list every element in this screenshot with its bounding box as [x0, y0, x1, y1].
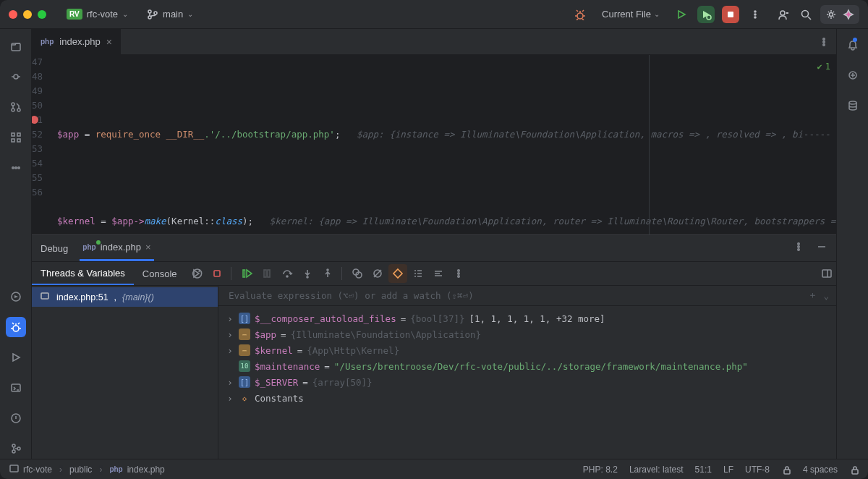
status-readonly-icon[interactable] — [781, 465, 791, 475]
variable-row[interactable]: ›⎓$app = {Illuminate\Foundation\Applicat… — [226, 326, 832, 342]
breakpoint-settings-icon[interactable] — [388, 264, 407, 283]
twistie-icon[interactable]: › — [226, 377, 234, 388]
more-debug-icon[interactable] — [449, 264, 468, 283]
left-tool-rail — [0, 29, 32, 459]
mute-breakpoints-icon[interactable] — [368, 264, 387, 283]
hide-panel-icon[interactable] — [816, 241, 827, 255]
minimize-window-icon[interactable] — [23, 10, 32, 19]
status-cursor-position[interactable]: 51:1 — [695, 465, 712, 475]
svg-point-9 — [780, 11, 785, 15]
editor-gutter[interactable]: 47 48 49 50 51 52 53 54 55 56 — [32, 55, 53, 234]
debug-bug-icon[interactable] — [571, 6, 589, 23]
stop-button[interactable] — [722, 6, 739, 23]
status-encoding[interactable]: UTF-8 — [745, 465, 770, 475]
ai-assistant-icon[interactable] — [842, 8, 855, 21]
twistie-icon[interactable]: › — [226, 393, 234, 404]
stack-frame[interactable]: index.php:51, {main}() — [32, 287, 218, 307]
editor-tab-more-icon[interactable] — [812, 29, 836, 54]
evaluate-input[interactable]: Evaluate expression (⌥⏎) or add a watch … — [218, 286, 836, 306]
view-breakpoints-icon[interactable] — [348, 264, 367, 283]
variable-name: Constants — [255, 393, 304, 404]
zoom-window-icon[interactable] — [38, 10, 46, 19]
step-over-icon[interactable] — [278, 264, 297, 283]
search-icon[interactable] — [797, 6, 814, 23]
more-tools-icon[interactable] — [6, 158, 26, 178]
svg-point-8 — [754, 17, 756, 18]
project-tool-icon[interactable] — [6, 36, 26, 56]
line-number: 55 — [32, 171, 43, 185]
status-php-version[interactable]: PHP: 8.2 — [583, 465, 618, 475]
variable-row[interactable]: ›◇Constants — [226, 390, 832, 406]
problems-tool-icon[interactable] — [6, 408, 26, 428]
project-selector[interactable]: RV rfc-vote ⌄ — [61, 6, 134, 22]
variable-row[interactable]: ›⎓$kernel = {App\Http\Kernel} — [226, 342, 832, 358]
expand-eval-icon[interactable]: ⌄ — [823, 290, 829, 301]
pull-requests-icon[interactable] — [6, 97, 26, 117]
stop-icon[interactable] — [208, 264, 226, 283]
run-button[interactable] — [673, 6, 690, 23]
close-icon[interactable]: × — [145, 242, 151, 253]
tab-console[interactable]: Console — [134, 262, 186, 285]
breadcrumbs[interactable]: rfc-vote › public › php index.php — [9, 463, 165, 475]
twistie-icon[interactable]: › — [226, 313, 234, 324]
status-laravel-version[interactable]: Laravel: latest — [629, 465, 684, 475]
tab-threads-variables[interactable]: Threads & Variables — [32, 262, 134, 285]
pause-icon[interactable] — [258, 264, 276, 283]
layout-settings-icon[interactable] — [429, 264, 448, 283]
variables-pane: Evaluate expression (⌥⏎) or add a watch … — [218, 286, 836, 459]
variable-name: $__composer_autoload_files — [255, 313, 396, 324]
line-number-breakpoint[interactable]: 51 — [32, 113, 43, 127]
debug-more-icon[interactable] — [793, 241, 804, 255]
run-tool-icon[interactable] — [6, 347, 26, 368]
debug-session-tab[interactable]: php index.php × — [80, 235, 153, 261]
variable-row[interactable]: ›[]$_SERVER = {array[50]} — [226, 374, 832, 390]
variable-row[interactable]: 10$maintenance = "/Users/brentroose/Dev/… — [226, 358, 832, 374]
code-content[interactable]: ✔1 ˄˅ $app = require_once __DIR__.'/../b… — [53, 55, 836, 234]
svg-point-31 — [823, 38, 825, 39]
breadcrumb-folder[interactable]: public — [69, 465, 92, 475]
notifications-icon[interactable] — [843, 35, 863, 55]
database-tool-icon[interactable] — [843, 96, 863, 116]
twistie-icon[interactable]: › — [226, 345, 234, 356]
step-out-icon[interactable] — [318, 264, 337, 283]
run-debug-button[interactable] — [697, 6, 715, 23]
show-values-icon[interactable] — [409, 264, 427, 283]
ai-assistant-rail-icon[interactable] — [843, 65, 863, 85]
margin-guide — [649, 55, 650, 234]
inspections-widget[interactable]: ✔1 — [817, 59, 830, 74]
editor-tab-index[interactable]: php index.php × — [32, 29, 122, 54]
rerun-icon[interactable] — [187, 264, 206, 283]
svg-point-4 — [707, 15, 711, 20]
close-tab-icon[interactable]: × — [106, 36, 112, 48]
breadcrumb-file[interactable]: index.php — [127, 465, 165, 475]
status-memory-icon[interactable] — [849, 465, 859, 475]
structure-tool-icon[interactable] — [6, 127, 26, 148]
debug-tool-icon[interactable] — [6, 317, 26, 337]
svg-point-15 — [12, 109, 14, 111]
services-tool-icon[interactable] — [6, 287, 26, 307]
variable-type-icon: 10 — [239, 360, 250, 372]
svg-rect-26 — [12, 384, 20, 391]
add-watch-icon[interactable]: ＋ — [808, 289, 817, 302]
svg-point-21 — [12, 167, 13, 169]
layout-icon[interactable] — [817, 264, 836, 283]
status-indent[interactable]: 4 spaces — [803, 465, 838, 475]
breadcrumb-project[interactable]: rfc-vote — [23, 465, 52, 475]
more-run-actions[interactable] — [746, 6, 764, 23]
step-into-icon[interactable] — [298, 264, 317, 283]
run-config-selector[interactable]: Current File ⌄ — [596, 6, 665, 22]
twistie-icon[interactable]: › — [226, 329, 234, 340]
code-editor[interactable]: 47 48 49 50 51 52 53 54 55 56 ✔1 ˄˅ $app… — [32, 55, 836, 234]
commit-tool-icon[interactable] — [6, 67, 26, 87]
variable-row[interactable]: ›[]$__composer_autoload_files = {bool[37… — [226, 310, 832, 326]
status-line-sep[interactable]: LF — [723, 465, 733, 475]
resume-icon[interactable] — [237, 264, 256, 283]
vcs-tool-icon[interactable] — [6, 438, 26, 459]
terminal-tool-icon[interactable] — [6, 378, 26, 398]
variable-value: [1, 1, 1, 1, 1, +32 more] — [469, 313, 605, 324]
collaborate-icon[interactable] — [774, 6, 791, 23]
close-window-icon[interactable] — [9, 10, 17, 19]
equals: = — [302, 377, 308, 388]
git-branch-selector[interactable]: main ⌄ — [141, 6, 199, 23]
settings-icon[interactable] — [825, 8, 838, 21]
